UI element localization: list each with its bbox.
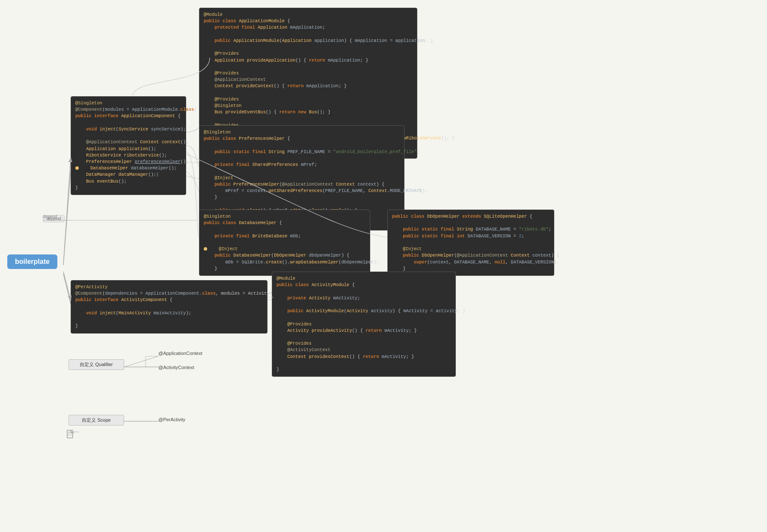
boilerplate-node[interactable]: boilerplate <box>7 254 57 269</box>
db-open-helper-node: public class DbOpenHelper extends SQLite… <box>387 210 554 276</box>
activity-context-text: @ActivityContext <box>158 365 194 370</box>
depend-label: depend <box>43 215 65 222</box>
per-activity-text: @PerActivity <box>158 417 185 422</box>
per-activity-annotation: @PerActivity <box>158 417 185 422</box>
depend-text: depend <box>47 216 61 221</box>
boilerplate-label: boilerplate <box>15 258 50 265</box>
database-helper-node: @Singleton public class DatabaseHelper {… <box>199 210 370 276</box>
svg-line-1 <box>63 274 71 304</box>
app-context-annotation: @ApplicationContext <box>158 351 202 356</box>
activity-component-node: @PerActivity @Component(dependencies = A… <box>71 280 268 334</box>
activity-module-node: @Module public class ActivityModule { pr… <box>272 272 456 377</box>
app-context-text: @ApplicationContext <box>158 351 202 356</box>
application-component-node: @Singleton @Component(modules = Applicat… <box>71 96 186 195</box>
activity-context-annotation: @ActivityContext <box>158 365 194 370</box>
scope-box[interactable]: 自定义 Scope <box>68 415 124 426</box>
qualifier-label: 自定义 Qualifier <box>80 362 113 367</box>
file-icon <box>66 430 75 439</box>
scope-label: 自定义 Scope <box>82 417 110 423</box>
qualifier-box[interactable]: 自定义 Qualifier <box>68 359 124 370</box>
svg-line-16 <box>124 356 158 367</box>
